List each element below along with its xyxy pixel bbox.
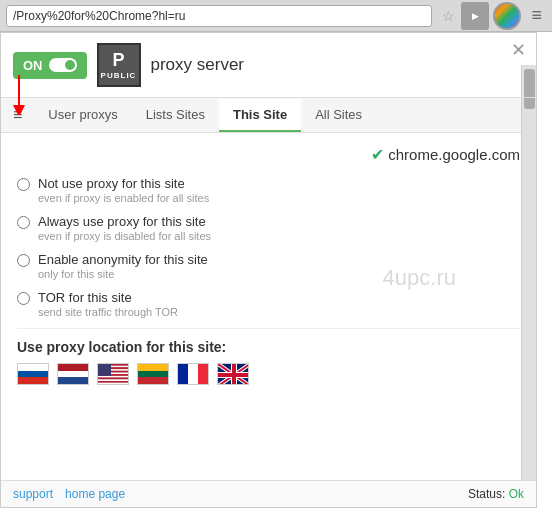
flag-usa[interactable] — [97, 363, 129, 385]
divider — [17, 328, 520, 329]
flag-netherlands[interactable] — [57, 363, 89, 385]
radio-sub-4: send site traffic through TOR — [38, 306, 178, 318]
radio-input-2[interactable] — [17, 216, 30, 229]
svg-rect-12 — [98, 381, 129, 383]
site-url-text: chrome.google.com — [388, 146, 520, 163]
green-check-icon: ✔ — [371, 145, 384, 164]
gray-icon-label: ▶ — [472, 11, 479, 21]
radio-input-3[interactable] — [17, 254, 30, 267]
radio-text-1: Not use proxy for this site even if prox… — [38, 176, 209, 204]
radio-text-4: TOR for this site send site traffic thro… — [38, 290, 178, 318]
toggle-track — [49, 58, 77, 72]
close-button[interactable]: ✕ — [511, 41, 526, 59]
radio-input-1[interactable] — [17, 178, 30, 191]
svg-rect-15 — [98, 364, 111, 376]
radio-option-1: Not use proxy for this site even if prox… — [17, 176, 520, 204]
radio-option-3: Enable anonymity for this site only for … — [17, 252, 520, 280]
radio-main-3: Enable anonymity for this site — [38, 252, 208, 267]
radio-label-3[interactable]: Enable anonymity for this site only for … — [17, 252, 520, 280]
tab-lists-sites[interactable]: Lists Sites — [132, 99, 219, 132]
radio-main-2: Always use proxy for this site — [38, 214, 211, 229]
radio-sub-2: even if proxy is disabled for all sites — [38, 230, 211, 242]
proxy-icon-letter: P — [112, 50, 124, 71]
radio-main-4: TOR for this site — [38, 290, 178, 305]
svg-rect-13 — [98, 383, 129, 385]
radio-label-4[interactable]: TOR for this site send site traffic thro… — [17, 290, 520, 318]
extension-icon-gray[interactable]: ▶ — [461, 2, 489, 30]
flag-usa-svg — [98, 364, 129, 385]
proxy-location-label: Use proxy location for this site: — [17, 339, 520, 355]
toggle-label: ON — [23, 58, 43, 73]
browser-wrapper: /Proxy%20for%20Chrome?hl=ru ☆ ▶ ≡ — [0, 0, 552, 508]
browser-menu-icon[interactable]: ≡ — [527, 3, 546, 28]
footer-links: support home page — [13, 487, 125, 501]
proxy-p-icon: P PUBLIC — [97, 43, 141, 87]
content-area: ✔ chrome.google.com Not use proxy for th… — [1, 133, 536, 397]
status-label: Status: — [468, 487, 505, 501]
proxy-server-text: proxy server — [151, 55, 245, 75]
radio-label-2[interactable]: Always use proxy for this site even if p… — [17, 214, 520, 242]
tabs-row: ≡ User proxys Lists Sites This Site All … — [1, 98, 536, 133]
status-value: Ok — [509, 487, 524, 501]
svg-rect-9 — [98, 376, 129, 378]
popup-header: ON P PUBLIC proxy server ✕ — [1, 33, 536, 98]
flag-uk-svg — [218, 364, 249, 385]
flag-russia[interactable] — [17, 363, 49, 385]
flag-lithuania[interactable] — [137, 363, 169, 385]
popup-panel: ON P PUBLIC proxy server ✕ ≡ — [0, 32, 537, 508]
support-link[interactable]: support — [13, 487, 53, 501]
radio-text-2: Always use proxy for this site even if p… — [38, 214, 211, 242]
red-arrow-toggle-icon — [3, 75, 33, 115]
site-url: ✔ chrome.google.com — [371, 145, 520, 164]
radio-sub-1: even if proxy is enabled for all sites — [38, 192, 209, 204]
bookmark-icon[interactable]: ☆ — [442, 8, 455, 24]
radio-main-1: Not use proxy for this site — [38, 176, 209, 191]
tab-all-sites[interactable]: All Sites — [301, 99, 376, 132]
flags-row — [17, 363, 520, 385]
flag-france[interactable] — [177, 363, 209, 385]
toggle-thumb — [65, 60, 75, 70]
radio-input-4[interactable] — [17, 292, 30, 305]
svg-rect-10 — [98, 378, 129, 380]
browser-action-icons: ▶ — [461, 2, 521, 30]
radio-sub-3: only for this site — [38, 268, 208, 280]
popup-footer: support home page Status: Ok — [1, 480, 536, 507]
site-header: ✔ chrome.google.com — [17, 145, 520, 164]
radio-label-1[interactable]: Not use proxy for this site even if prox… — [17, 176, 520, 204]
radio-text-3: Enable anonymity for this site only for … — [38, 252, 208, 280]
proxy-public-label: PUBLIC — [101, 71, 137, 80]
url-text: /Proxy%20for%20Chrome?hl=ru — [13, 9, 185, 23]
radio-option-2: Always use proxy for this site even if p… — [17, 214, 520, 242]
foxyproxy-icon[interactable] — [493, 2, 521, 30]
url-bar[interactable]: /Proxy%20for%20Chrome?hl=ru — [6, 5, 432, 27]
foxyproxy-icon-container — [493, 2, 521, 30]
homepage-link[interactable]: home page — [65, 487, 125, 501]
flag-uk[interactable] — [217, 363, 249, 385]
browser-chrome: /Proxy%20for%20Chrome?hl=ru ☆ ▶ ≡ — [0, 0, 552, 32]
radio-option-4: TOR for this site send site traffic thro… — [17, 290, 520, 318]
footer-status: Status: Ok — [468, 487, 524, 501]
svg-rect-11 — [98, 379, 129, 381]
svg-rect-14 — [98, 384, 129, 385]
tab-this-site[interactable]: This Site — [219, 99, 301, 132]
tab-user-proxys[interactable]: User proxys — [34, 99, 131, 132]
